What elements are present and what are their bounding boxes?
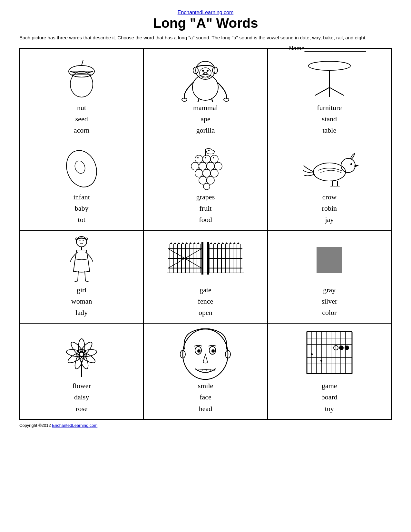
grid-row-3: girl woman lady [20,231,391,324]
svg-line-52 [338,186,341,186]
cell-grapes: grapes fruit food [144,141,268,230]
svg-point-28 [210,155,218,163]
svg-point-29 [191,162,199,170]
cell-gorilla: mammal ape gorilla [144,49,268,141]
footer: Copyright ©2012 EnchantedLearning.com [19,423,392,428]
grapes-image [147,146,264,191]
lady-words: girl woman lady [71,284,92,318]
site-link[interactable]: EnchantedLearning.com [19,10,392,15]
svg-point-32 [214,162,222,170]
svg-marker-71 [170,242,172,244]
svg-line-4 [82,60,83,65]
svg-line-56 [85,271,85,281]
copyright-text: Copyright ©2012 [19,423,52,428]
instructions-text: Each picture has three words that descri… [19,34,392,42]
baby-words: infant baby tot [73,191,90,226]
svg-point-24 [73,159,87,175]
cell-lady: girl woman lady [20,231,144,323]
svg-point-148 [345,346,349,350]
page-title: Long "A" Words [19,15,392,31]
gate-image [147,236,264,284]
cell-table: furniture stand table [268,49,391,141]
svg-marker-75 [185,242,188,244]
svg-point-121 [197,349,201,353]
svg-point-30 [199,162,207,170]
word-grid: nut seed acorn [19,48,392,420]
game-image [271,328,388,380]
baby-image [23,146,140,191]
grid-row-4: flower daisy rose [20,324,391,419]
site-url[interactable]: EnchantedLearning.com [178,10,233,15]
gate-words: gate fence open [198,284,213,318]
name-field: Name___________________ [289,45,366,52]
grapes-words: grapes fruit food [196,191,215,226]
svg-point-44 [350,163,352,165]
svg-line-47 [329,186,333,186]
svg-point-42 [313,163,346,181]
svg-point-58 [83,240,84,241]
svg-marker-99 [233,242,236,244]
cell-face: smile face head [144,324,268,419]
svg-point-8 [200,68,211,78]
face-words: smile face head [198,380,213,414]
jay-image [271,146,388,191]
svg-marker-96 [221,242,224,244]
svg-point-5 [70,71,93,97]
svg-marker-74 [181,242,184,244]
svg-point-6 [192,75,218,100]
daisy-image [23,328,140,380]
svg-point-10 [207,70,209,72]
cell-daisy: flower daisy rose [20,324,144,419]
acorn-image [23,54,140,102]
svg-line-55 [78,271,78,281]
cell-gray: gray silver color [268,231,391,323]
svg-point-150 [320,360,322,362]
svg-point-147 [339,346,344,350]
svg-point-9 [202,70,204,72]
gray-color-swatch [317,247,342,273]
cell-gate: gate fence open [144,231,268,323]
svg-point-27 [203,155,210,163]
cell-game: game board toy [268,324,391,419]
svg-point-43 [341,158,355,173]
svg-marker-73 [178,242,180,244]
svg-marker-94 [214,242,216,244]
svg-marker-95 [218,242,220,244]
svg-point-33 [195,169,203,177]
svg-line-20 [315,87,329,95]
svg-marker-93 [210,242,212,244]
svg-point-13 [206,73,207,74]
table-image [271,54,388,102]
svg-point-12 [204,73,205,74]
grid-row: nut seed acorn [20,49,391,142]
gorilla-words: mammal ape gorilla [193,102,218,136]
face-image [147,328,264,380]
svg-point-36 [199,176,207,184]
svg-point-41 [213,157,214,158]
cell-acorn: nut seed acorn [20,49,144,141]
jay-words: crow robin jay [322,191,337,226]
svg-point-38 [203,183,210,190]
svg-marker-76 [189,242,192,244]
svg-marker-98 [229,242,232,244]
svg-point-39 [197,157,199,158]
lady-image [23,236,140,284]
gorilla-image [147,54,264,102]
svg-point-149 [311,353,313,355]
svg-point-35 [210,169,218,177]
table-words: furniture stand table [317,102,342,136]
svg-marker-97 [225,242,228,244]
daisy-words: flower daisy rose [72,380,91,414]
grid-row-2: infant baby tot [20,141,391,231]
svg-point-18 [308,61,350,70]
acorn-words: nut seed acorn [74,102,90,136]
cell-baby: infant baby tot [20,141,144,230]
svg-rect-79 [201,242,203,275]
gray-words: gray silver color [321,284,337,318]
svg-point-34 [203,169,210,177]
svg-marker-100 [237,242,240,244]
footer-link[interactable]: EnchantedLearning.com [52,423,97,428]
svg-marker-78 [197,242,200,244]
svg-point-122 [211,349,215,353]
gray-image [271,236,388,284]
